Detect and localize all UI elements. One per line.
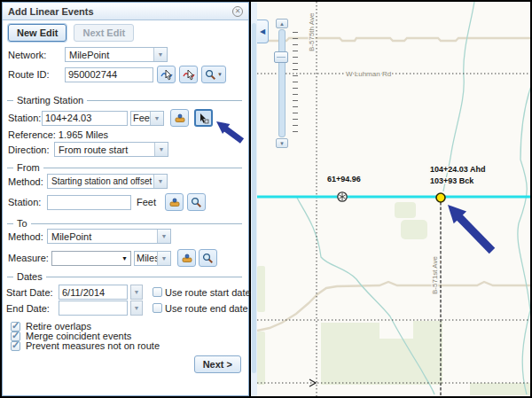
panel-titlebar: Add Linear Events ✕ — [3, 3, 248, 20]
route-id-input[interactable] — [65, 67, 153, 82]
select-route-button[interactable] — [157, 66, 176, 83]
map-viewport[interactable]: 61+94.96 104+24.03 Ahd 103+93 Bck W Luhm… — [257, 2, 532, 396]
direction-label: Direction: — [8, 144, 54, 155]
zoom-slider-track[interactable] — [278, 29, 286, 137]
search-icon — [205, 69, 216, 81]
reference-station-marker — [338, 192, 347, 201]
chevron-down-icon: ▼ — [217, 72, 223, 77]
to-method-select[interactable]: MilePoint ▼ — [47, 229, 171, 244]
use-route-start-date-label: Use route start date — [165, 287, 251, 298]
from-station-label: Station: — [8, 197, 43, 207]
station-label-ahd: 104+24.03 Ahd — [430, 165, 485, 174]
station-locator-icon — [168, 197, 181, 208]
add-linear-events-panel: Add Linear Events ✕ New Edit Next Edit N… — [2, 2, 249, 396]
route-id-label: Route ID: — [8, 69, 61, 80]
measure-label: Measure: — [8, 253, 49, 263]
station-input[interactable] — [42, 111, 128, 126]
direction-select[interactable]: From route start ▼ — [54, 142, 168, 157]
to-method-value: MilePoint — [48, 231, 157, 242]
chevron-left-icon: ◀ — [260, 27, 265, 35]
section-from: From — [17, 162, 40, 173]
end-date-calendar-button[interactable]: ▼ — [130, 300, 143, 316]
chevron-down-icon[interactable]: ▼ — [157, 230, 170, 243]
chevron-down-icon[interactable]: ▼ — [150, 112, 163, 125]
use-route-start-date-checkbox[interactable] — [153, 287, 162, 297]
from-station-input[interactable] — [47, 195, 131, 210]
station-label-bck: 103+93 Bck — [430, 176, 474, 185]
network-value: MilePoint — [66, 50, 153, 60]
collapse-panel-button[interactable]: ◀ — [257, 20, 269, 43]
station-locator-icon — [174, 113, 186, 124]
from-units-text: Feet — [137, 197, 156, 207]
route-search-button[interactable]: ▼ — [201, 66, 226, 83]
section-dates: Dates — [17, 271, 43, 282]
station-label-left: 61+94.96 — [327, 175, 361, 183]
station-units-select[interactable]: Feet ▼ — [130, 111, 164, 126]
end-date-input[interactable] — [59, 300, 128, 316]
station-locator-icon — [181, 253, 193, 264]
from-method-value: Starting station and offset — [48, 176, 153, 186]
from-locate-button[interactable] — [165, 193, 184, 211]
from-method-select[interactable]: Starting station and offset ▼ — [47, 174, 168, 189]
splitter-thumb[interactable] — [252, 23, 256, 373]
new-edit-button[interactable]: New Edit — [8, 24, 66, 42]
chevron-down-icon[interactable]: ▼ — [153, 48, 167, 61]
measure-locate-button[interactable] — [177, 249, 196, 267]
end-date-label: End Date: — [6, 303, 56, 314]
network-label: Network: — [8, 50, 65, 60]
prevent-measures-checkbox[interactable] — [11, 341, 20, 351]
zoom-slider[interactable]: ▲ ▼ — [273, 19, 300, 148]
close-icon[interactable]: ✕ — [232, 6, 243, 17]
station-locate-button[interactable] — [170, 109, 189, 127]
next-button[interactable]: Next > — [194, 355, 241, 373]
measure-units-value: Miles — [135, 253, 157, 263]
from-search-button[interactable] — [187, 193, 206, 211]
clear-route-selection-button[interactable] — [179, 66, 198, 83]
start-date-label: Start Date: — [6, 287, 56, 298]
zoom-out-button[interactable]: ▼ — [276, 138, 288, 148]
start-date-input[interactable] — [59, 285, 128, 300]
from-method-label: Method: — [8, 176, 47, 187]
caret-down-icon[interactable]: ▼ — [119, 255, 130, 261]
measure-search-button[interactable] — [199, 249, 217, 267]
measure-units-select[interactable]: Miles ▼ — [134, 251, 171, 266]
select-route-red-icon — [183, 68, 195, 81]
search-icon — [202, 253, 214, 264]
select-route-blue-icon — [160, 68, 173, 81]
direction-value: From route start — [55, 144, 154, 155]
road-label-b571: B-571st Ave — [431, 255, 439, 294]
use-route-end-date-checkbox[interactable] — [153, 303, 162, 313]
road-label-luhman: W Luhman Rd — [346, 70, 391, 78]
station-units-value: Feet — [131, 113, 150, 123]
next-edit-button: Next Edit — [74, 24, 134, 42]
chevron-down-icon[interactable]: ▼ — [153, 175, 167, 188]
measure-combo[interactable]: ▼ — [51, 251, 131, 266]
chevron-down-icon[interactable]: ▼ — [157, 252, 170, 265]
prevent-measures-label: Prevent measures not on route — [26, 340, 160, 351]
station-label: Station: — [8, 113, 39, 123]
section-starting-station: Starting Station — [17, 95, 83, 105]
road-label-b575: B-575th Ave — [308, 12, 316, 51]
section-to: To — [17, 218, 27, 229]
pick-station-on-map-button[interactable] — [194, 109, 213, 127]
to-method-label: Method: — [8, 231, 47, 242]
panel-title: Add Linear Events — [8, 6, 232, 17]
map-pointer-icon — [198, 113, 209, 124]
chevron-down-icon[interactable]: ▼ — [154, 143, 168, 156]
use-route-end-date-label: Use route end date — [165, 303, 248, 314]
zoom-slider-thumb[interactable] — [274, 51, 288, 63]
selected-station-point[interactable] — [436, 193, 445, 202]
panel-splitter[interactable] — [251, 2, 257, 396]
app-window: Add Linear Events ✕ New Edit Next Edit N… — [0, 0, 532, 398]
search-icon — [191, 197, 202, 208]
zoom-slider-ticks — [293, 32, 298, 137]
reference-text: Reference: 1.965 Miles — [8, 129, 108, 140]
zoom-in-button[interactable]: ▲ — [276, 19, 288, 28]
network-select[interactable]: MilePoint ▼ — [65, 47, 168, 62]
start-date-calendar-button[interactable]: ▼ — [130, 285, 143, 300]
